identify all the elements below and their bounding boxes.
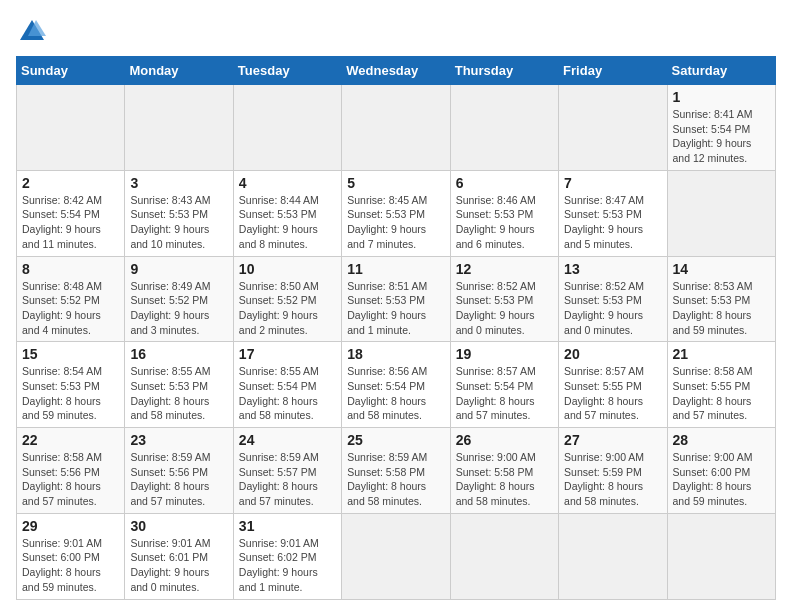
calendar-table: SundayMondayTuesdayWednesdayThursdayFrid… bbox=[16, 56, 776, 600]
day-info: Sunrise: 9:00 AMSunset: 5:59 PMDaylight:… bbox=[564, 450, 661, 509]
day-cell-19: 19Sunrise: 8:57 AMSunset: 5:54 PMDayligh… bbox=[450, 342, 558, 428]
column-header-friday: Friday bbox=[559, 57, 667, 85]
day-info: Sunrise: 8:58 AMSunset: 5:55 PMDaylight:… bbox=[673, 364, 770, 423]
day-cell-1: 1Sunrise: 8:41 AMSunset: 5:54 PMDaylight… bbox=[667, 85, 775, 171]
column-header-tuesday: Tuesday bbox=[233, 57, 341, 85]
day-number: 25 bbox=[347, 432, 444, 448]
logo bbox=[16, 16, 46, 44]
day-number: 15 bbox=[22, 346, 119, 362]
empty-cell bbox=[667, 513, 775, 599]
day-cell-6: 6Sunrise: 8:46 AMSunset: 5:53 PMDaylight… bbox=[450, 170, 558, 256]
day-info: Sunrise: 8:45 AMSunset: 5:53 PMDaylight:… bbox=[347, 193, 444, 252]
calendar-header-row: SundayMondayTuesdayWednesdayThursdayFrid… bbox=[17, 57, 776, 85]
day-number: 2 bbox=[22, 175, 119, 191]
day-info: Sunrise: 8:58 AMSunset: 5:56 PMDaylight:… bbox=[22, 450, 119, 509]
day-info: Sunrise: 8:42 AMSunset: 5:54 PMDaylight:… bbox=[22, 193, 119, 252]
day-info: Sunrise: 8:50 AMSunset: 5:52 PMDaylight:… bbox=[239, 279, 336, 338]
day-number: 17 bbox=[239, 346, 336, 362]
day-cell-30: 30Sunrise: 9:01 AMSunset: 6:01 PMDayligh… bbox=[125, 513, 233, 599]
empty-cell bbox=[450, 85, 558, 171]
calendar-week-5: 22Sunrise: 8:58 AMSunset: 5:56 PMDayligh… bbox=[17, 428, 776, 514]
day-info: Sunrise: 8:52 AMSunset: 5:53 PMDaylight:… bbox=[564, 279, 661, 338]
day-cell-16: 16Sunrise: 8:55 AMSunset: 5:53 PMDayligh… bbox=[125, 342, 233, 428]
day-cell-22: 22Sunrise: 8:58 AMSunset: 5:56 PMDayligh… bbox=[17, 428, 125, 514]
day-number: 10 bbox=[239, 261, 336, 277]
day-info: Sunrise: 8:59 AMSunset: 5:57 PMDaylight:… bbox=[239, 450, 336, 509]
day-cell-26: 26Sunrise: 9:00 AMSunset: 5:58 PMDayligh… bbox=[450, 428, 558, 514]
day-number: 20 bbox=[564, 346, 661, 362]
day-info: Sunrise: 8:57 AMSunset: 5:54 PMDaylight:… bbox=[456, 364, 553, 423]
day-info: Sunrise: 9:00 AMSunset: 6:00 PMDaylight:… bbox=[673, 450, 770, 509]
day-cell-29: 29Sunrise: 9:01 AMSunset: 6:00 PMDayligh… bbox=[17, 513, 125, 599]
day-cell-3: 3Sunrise: 8:43 AMSunset: 5:53 PMDaylight… bbox=[125, 170, 233, 256]
day-number: 9 bbox=[130, 261, 227, 277]
calendar-week-2: 2Sunrise: 8:42 AMSunset: 5:54 PMDaylight… bbox=[17, 170, 776, 256]
day-info: Sunrise: 8:51 AMSunset: 5:53 PMDaylight:… bbox=[347, 279, 444, 338]
empty-cell bbox=[17, 85, 125, 171]
day-cell-17: 17Sunrise: 8:55 AMSunset: 5:54 PMDayligh… bbox=[233, 342, 341, 428]
day-number: 31 bbox=[239, 518, 336, 534]
day-info: Sunrise: 8:56 AMSunset: 5:54 PMDaylight:… bbox=[347, 364, 444, 423]
day-number: 27 bbox=[564, 432, 661, 448]
day-number: 6 bbox=[456, 175, 553, 191]
day-cell-18: 18Sunrise: 8:56 AMSunset: 5:54 PMDayligh… bbox=[342, 342, 450, 428]
day-number: 29 bbox=[22, 518, 119, 534]
day-number: 4 bbox=[239, 175, 336, 191]
day-info: Sunrise: 8:46 AMSunset: 5:53 PMDaylight:… bbox=[456, 193, 553, 252]
day-cell-7: 7Sunrise: 8:47 AMSunset: 5:53 PMDaylight… bbox=[559, 170, 667, 256]
column-header-monday: Monday bbox=[125, 57, 233, 85]
day-number: 3 bbox=[130, 175, 227, 191]
day-info: Sunrise: 9:01 AMSunset: 6:00 PMDaylight:… bbox=[22, 536, 119, 595]
day-info: Sunrise: 9:01 AMSunset: 6:02 PMDaylight:… bbox=[239, 536, 336, 595]
empty-cell bbox=[125, 85, 233, 171]
day-cell-5: 5Sunrise: 8:45 AMSunset: 5:53 PMDaylight… bbox=[342, 170, 450, 256]
day-info: Sunrise: 8:54 AMSunset: 5:53 PMDaylight:… bbox=[22, 364, 119, 423]
day-cell-14: 14Sunrise: 8:53 AMSunset: 5:53 PMDayligh… bbox=[667, 256, 775, 342]
day-info: Sunrise: 8:59 AMSunset: 5:58 PMDaylight:… bbox=[347, 450, 444, 509]
empty-cell bbox=[667, 170, 775, 256]
day-number: 23 bbox=[130, 432, 227, 448]
page-header bbox=[16, 16, 776, 44]
day-number: 8 bbox=[22, 261, 119, 277]
day-cell-15: 15Sunrise: 8:54 AMSunset: 5:53 PMDayligh… bbox=[17, 342, 125, 428]
day-number: 11 bbox=[347, 261, 444, 277]
day-number: 19 bbox=[456, 346, 553, 362]
empty-cell bbox=[233, 85, 341, 171]
empty-cell bbox=[342, 513, 450, 599]
calendar-week-1: 1Sunrise: 8:41 AMSunset: 5:54 PMDaylight… bbox=[17, 85, 776, 171]
empty-cell bbox=[342, 85, 450, 171]
day-number: 7 bbox=[564, 175, 661, 191]
day-number: 24 bbox=[239, 432, 336, 448]
empty-cell bbox=[450, 513, 558, 599]
calendar-week-4: 15Sunrise: 8:54 AMSunset: 5:53 PMDayligh… bbox=[17, 342, 776, 428]
empty-cell bbox=[559, 85, 667, 171]
day-info: Sunrise: 8:55 AMSunset: 5:54 PMDaylight:… bbox=[239, 364, 336, 423]
column-header-thursday: Thursday bbox=[450, 57, 558, 85]
day-cell-25: 25Sunrise: 8:59 AMSunset: 5:58 PMDayligh… bbox=[342, 428, 450, 514]
day-cell-10: 10Sunrise: 8:50 AMSunset: 5:52 PMDayligh… bbox=[233, 256, 341, 342]
logo-icon bbox=[18, 16, 46, 44]
day-number: 26 bbox=[456, 432, 553, 448]
day-info: Sunrise: 8:59 AMSunset: 5:56 PMDaylight:… bbox=[130, 450, 227, 509]
column-header-saturday: Saturday bbox=[667, 57, 775, 85]
day-info: Sunrise: 8:55 AMSunset: 5:53 PMDaylight:… bbox=[130, 364, 227, 423]
day-cell-11: 11Sunrise: 8:51 AMSunset: 5:53 PMDayligh… bbox=[342, 256, 450, 342]
day-cell-20: 20Sunrise: 8:57 AMSunset: 5:55 PMDayligh… bbox=[559, 342, 667, 428]
day-cell-27: 27Sunrise: 9:00 AMSunset: 5:59 PMDayligh… bbox=[559, 428, 667, 514]
day-number: 5 bbox=[347, 175, 444, 191]
day-number: 21 bbox=[673, 346, 770, 362]
day-info: Sunrise: 8:52 AMSunset: 5:53 PMDaylight:… bbox=[456, 279, 553, 338]
day-info: Sunrise: 8:47 AMSunset: 5:53 PMDaylight:… bbox=[564, 193, 661, 252]
day-cell-12: 12Sunrise: 8:52 AMSunset: 5:53 PMDayligh… bbox=[450, 256, 558, 342]
day-cell-31: 31Sunrise: 9:01 AMSunset: 6:02 PMDayligh… bbox=[233, 513, 341, 599]
day-number: 13 bbox=[564, 261, 661, 277]
day-number: 22 bbox=[22, 432, 119, 448]
calendar-week-6: 29Sunrise: 9:01 AMSunset: 6:00 PMDayligh… bbox=[17, 513, 776, 599]
day-info: Sunrise: 8:41 AMSunset: 5:54 PMDaylight:… bbox=[673, 107, 770, 166]
column-header-sunday: Sunday bbox=[17, 57, 125, 85]
day-cell-13: 13Sunrise: 8:52 AMSunset: 5:53 PMDayligh… bbox=[559, 256, 667, 342]
empty-cell bbox=[559, 513, 667, 599]
day-info: Sunrise: 8:43 AMSunset: 5:53 PMDaylight:… bbox=[130, 193, 227, 252]
calendar-week-3: 8Sunrise: 8:48 AMSunset: 5:52 PMDaylight… bbox=[17, 256, 776, 342]
day-cell-4: 4Sunrise: 8:44 AMSunset: 5:53 PMDaylight… bbox=[233, 170, 341, 256]
